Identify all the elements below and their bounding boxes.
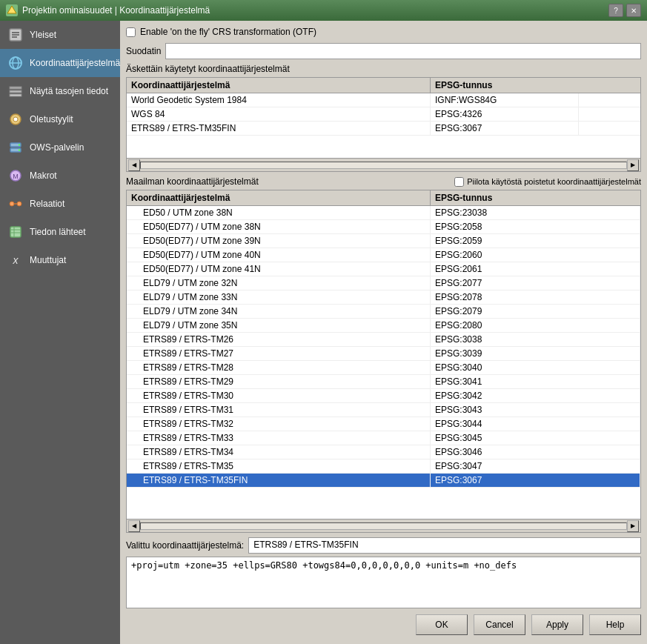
crs-epsg-cell: EPSG:3038 xyxy=(431,333,640,346)
table-row[interactable]: ETRS89 / ETRS-TM34EPSG:3046 xyxy=(127,445,640,459)
hide-obsolete-checkbox[interactable] xyxy=(454,177,464,187)
svg-point-20 xyxy=(17,202,21,206)
table-row[interactable]: WGS 84 EPSG:4326 xyxy=(127,107,640,122)
crs-epsg-cell: EPSG:2080 xyxy=(431,319,640,332)
crs-name-cell: ETRS89 / ETRS-TM35 xyxy=(127,459,431,473)
table-row[interactable]: ED50(ED77) / UTM zone 39NEPSG:2059 xyxy=(127,234,640,248)
help-window-button[interactable]: ? xyxy=(608,4,623,17)
hscroll-track2[interactable] xyxy=(140,522,627,530)
world-crs-header: Maailman koordinaattijärjestelmät Piilot… xyxy=(126,176,641,187)
crs-name-cell: ETRS89 / ETRS-TM28 xyxy=(127,361,431,374)
macro-icon: M xyxy=(7,167,24,184)
table-row[interactable]: ED50(ED77) / UTM zone 38NEPSG:2058 xyxy=(127,220,640,234)
otf-checkbox[interactable] xyxy=(126,27,136,37)
apply-button[interactable]: Apply xyxy=(531,614,583,635)
crs-name-cell: ETRS89 / ETRS-TM30 xyxy=(127,389,431,402)
crs-epsg-cell: EPSG:2059 xyxy=(431,234,640,248)
crs-name-cell: ED50(ED77) / UTM zone 38N xyxy=(127,220,431,233)
hscroll-left-btn[interactable]: ◀ xyxy=(128,159,140,171)
crs-epsg-cell: EPSG:3046 xyxy=(431,445,640,459)
crs-epsg-cell: EPSG:3047 xyxy=(431,459,640,473)
table-row[interactable]: ED50(ED77) / UTM zone 40NEPSG:2060 xyxy=(127,248,640,262)
help-button[interactable]: Help xyxy=(589,614,641,635)
crs-name-cell: ETRS89 / ETRS-TM35FIN xyxy=(127,474,431,487)
sidebar-item-label: Makrot xyxy=(30,170,57,181)
hscroll-left-btn2[interactable]: ◀ xyxy=(128,520,140,532)
table-row[interactable]: ETRS89 / ETRS-TM35FINEPSG:3067 xyxy=(127,474,640,488)
table-row[interactable]: ETRS89 / ETRS-TM27EPSG:3039 xyxy=(127,347,640,361)
crs-epsg-cell: EPSG:3039 xyxy=(431,347,640,360)
filter-input[interactable] xyxy=(165,43,641,59)
svg-rect-9 xyxy=(10,90,21,93)
recent-table-hscroll[interactable]: ◀ ▶ xyxy=(126,159,641,172)
crs-epsg-cell: EPSG:23038 xyxy=(431,206,640,219)
sidebar-item-koordinaatti[interactable]: Koordinaattijärjestelmä xyxy=(0,49,120,77)
table-row[interactable]: ETRS89 / ETRS-TM30EPSG:3042 xyxy=(127,389,640,403)
table-row[interactable]: ELD79 / UTM zone 33NEPSG:2078 xyxy=(127,291,640,305)
cancel-button[interactable]: Cancel xyxy=(474,614,525,635)
svg-point-15 xyxy=(19,144,20,145)
sidebar-item-label: Tiedon lähteet xyxy=(30,227,86,237)
crs-epsg-cell: EPSG:3044 xyxy=(431,417,640,431)
crs-name-cell: ETRS89 / ETRS-TM29 xyxy=(127,375,431,388)
sidebar-item-muuttujat[interactable]: x Muuttujat xyxy=(0,246,120,274)
table-row[interactable]: ETRS89 / ETRS-TM31EPSG:3043 xyxy=(127,403,640,417)
table-row[interactable]: ETRS89 / ETRS-TM32EPSG:3044 xyxy=(127,417,640,431)
crs-epsg-cell: EPSG:2061 xyxy=(431,262,640,276)
otf-label[interactable]: Enable 'on the fly' CRS transformation (… xyxy=(140,27,316,37)
table-row[interactable]: ELD79 / UTM zone 34NEPSG:2079 xyxy=(127,305,640,319)
crs-epsg-cell: EPSG:2060 xyxy=(431,248,640,262)
styles-icon xyxy=(7,111,24,127)
world-table-header: Koordinaattijärjestelmä EPSG-tunnus xyxy=(127,190,640,206)
table-row[interactable]: ED50(ED77) / UTM zone 41NEPSG:2061 xyxy=(127,262,640,276)
crs-epsg-cell: IGNF:WGS84G xyxy=(431,93,579,107)
crs-epsg-cell: EPSG:2077 xyxy=(431,276,640,290)
sidebar-item-nayta[interactable]: Näytä tasojen tiedot xyxy=(0,77,120,105)
crs-name-cell: ELD79 / UTM zone 33N xyxy=(127,291,431,304)
table-row[interactable]: ETRS89 / ETRS-TM28EPSG:3040 xyxy=(127,361,640,375)
hscroll-right-btn2[interactable]: ▶ xyxy=(627,520,639,532)
sidebar-item-yleiset[interactable]: Yleiset xyxy=(0,21,120,49)
svg-rect-8 xyxy=(10,87,21,89)
table-row[interactable]: ED50 / UTM zone 38NEPSG:23038 xyxy=(127,206,640,220)
sidebar-item-ows[interactable]: OWS-palvelin xyxy=(0,133,120,162)
crs-name-cell: ED50(ED77) / UTM zone 41N xyxy=(127,262,431,276)
proj-string-input[interactable] xyxy=(126,557,641,608)
crs-epsg-cell: EPSG:3067 xyxy=(431,474,640,487)
crs-epsg-cell: EPSG:3040 xyxy=(431,361,640,374)
table-row[interactable]: ELD79 / UTM zone 35NEPSG:2080 xyxy=(127,319,640,333)
content-area: Enable 'on the fly' CRS transformation (… xyxy=(120,21,647,644)
hide-obsolete-label[interactable]: Piilota käytöstä poistetut koordinaattij… xyxy=(467,177,641,186)
sidebar-item-tiedon-lahteet[interactable]: Tiedon lähteet xyxy=(0,218,120,246)
sidebar-item-oletustyylit[interactable]: Oletustyylit xyxy=(0,105,120,133)
crs-icon xyxy=(7,55,24,71)
sidebar-item-makrot[interactable]: M Makrot xyxy=(0,162,120,190)
table-row[interactable]: ETRS89 / ETRS-TM35EPSG:3047 xyxy=(127,459,640,474)
window-controls[interactable]: ? ✕ xyxy=(608,4,641,17)
hscroll-track[interactable] xyxy=(140,162,627,169)
table-row[interactable]: ETRS89 / ETRS-TM26EPSG:3038 xyxy=(127,333,640,347)
table-row[interactable]: ETRS89 / ETRS-TM35FIN EPSG:3067 xyxy=(127,122,640,136)
sidebar: Yleiset Koordinaattijärjestelmä xyxy=(0,21,120,644)
table-row[interactable]: ETRS89 / ETRS-TM33EPSG:3045 xyxy=(127,431,640,445)
crs-epsg-cell: EPSG:2079 xyxy=(431,305,640,318)
table-row[interactable]: ETRS89 / ETRS-TM29EPSG:3041 xyxy=(127,375,640,389)
close-window-button[interactable]: ✕ xyxy=(626,4,641,17)
table-row[interactable]: World Geodetic System 1984 IGNF:WGS84G xyxy=(127,93,640,107)
crs-name-cell: ETRS89 / ETRS-TM27 xyxy=(127,347,431,360)
table-row[interactable]: ELD79 / UTM zone 32NEPSG:2077 xyxy=(127,276,640,291)
world-col-name: Koordinaattijärjestelmä xyxy=(127,190,431,205)
recent-crs-table: Koordinaattijärjestelmä EPSG-tunnus Worl… xyxy=(126,77,641,159)
sidebar-item-relaatiot[interactable]: Relaatiot xyxy=(0,190,120,218)
crs-name-cell: ED50(ED77) / UTM zone 39N xyxy=(127,234,431,248)
world-table-body[interactable]: ED50 / UTM zone 38NEPSG:23038ED50(ED77) … xyxy=(127,206,640,519)
crs-name-cell: ETRS89 / ETRS-TM26 xyxy=(127,333,431,346)
sidebar-item-label: Näytä tasojen tiedot xyxy=(30,86,108,96)
crs-name-cell: ETRS89 / ETRS-TM35FIN xyxy=(127,122,431,135)
ok-button[interactable]: OK xyxy=(416,614,468,635)
world-table-hscroll[interactable]: ◀ ▶ xyxy=(126,519,641,533)
window-title: Projektin ominaisuudet | Koordinaattijär… xyxy=(22,5,608,16)
svg-text:x: x xyxy=(13,254,19,266)
hscroll-right-btn[interactable]: ▶ xyxy=(627,159,639,171)
sidebar-item-label: OWS-palvelin xyxy=(30,142,84,153)
